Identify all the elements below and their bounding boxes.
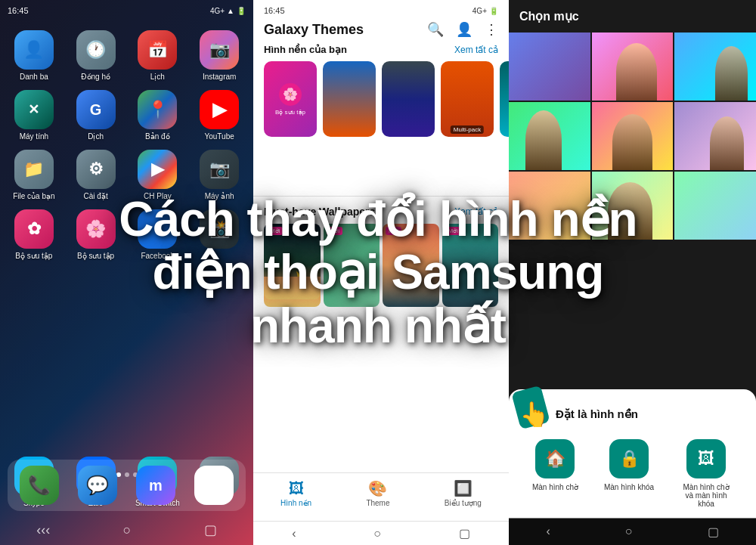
instagram-icon: 📷 [200,30,239,70]
photo-cell-2[interactable] [674,33,756,101]
nav-bar-middle: ‹ ○ ▢ [253,521,509,545]
wallpapers-title: Must-have Wallpapers [264,206,375,218]
set-wp-both[interactable]: 🖼 Màn hình chờ và màn hình khóa [680,439,733,508]
extra1-label: Bộ sưu tập [77,252,114,260]
themes-time: 16:45 [264,6,285,15]
back-middle-icon[interactable]: ‹ [292,527,296,540]
wallpaper-nav-label: Hình nền [280,499,311,507]
wallpapers-see-all[interactable]: Xem tất cả [454,206,498,217]
icons-nav-label: Biểu tượng [445,499,482,507]
wifi-icon: ▲ [227,7,234,15]
nav-bar-left: ‹‹‹ ○ ▢ [0,515,253,545]
themes-see-all[interactable]: Xem tất cả [454,45,498,55]
set-wp-options: 🏠 Màn hình chờ 🔒 Màn hình khóa 🖼 Màn hìn… [519,439,745,508]
back-right-icon[interactable]: ‹ [547,525,550,538]
theme-card-2[interactable] [382,61,435,137]
set-wp-home-screen[interactable]: 🏠 Màn hình chờ [532,439,578,508]
app-contacts[interactable]: 👤 Danh ba [8,30,60,81]
photo-cell-5[interactable] [674,102,756,170]
app-messenger[interactable]: m [130,466,182,505]
theme-card-4[interactable] [500,61,509,137]
photo-cell-3[interactable] [509,102,590,170]
themes-nav-icons[interactable]: 🔲 Biểu tượng [445,479,482,507]
wallpaper-teal[interactable]: Mới [442,224,499,307]
app-youtube[interactable]: ▶ YouTube [193,90,246,141]
badge-new-1: Mới [267,227,283,235]
app-messages[interactable]: 💬 [72,466,124,505]
more-icon[interactable]: ⋮ [485,21,498,38]
home-middle-icon[interactable]: ○ [373,527,381,540]
search-icon[interactable]: 🔍 [427,21,444,38]
app-phone[interactable]: 📞 [14,466,66,505]
messages-icon: 💬 [78,466,117,505]
calendar-icon: 📅 [138,30,177,70]
status-icons-left: 4G+ ▲ 🔋 [210,6,246,15]
recents-right-icon[interactable]: ▢ [708,525,719,539]
set-wp-lock-screen[interactable]: 🔒 Màn hình khóa [604,439,654,508]
app-camera[interactable]: 📷 Máy ảnh [193,150,246,200]
app-calc[interactable]: ✕ Máy tính [8,90,60,141]
app-calendar[interactable]: 📅 Lịch [132,30,184,81]
app-translate[interactable]: G Dịch [70,90,122,141]
app-maps[interactable]: 📍 Bản đồ [132,90,184,141]
youtube-label: YouTube [204,132,234,141]
youtube-icon: ▶ [200,90,239,129]
themes-nav-wallpaper[interactable]: 🖼 Hình nền [280,480,311,507]
facebook-icon: f [138,209,177,249]
files-label: File của bạn [13,192,54,200]
both-screens-label: Màn hình chờ và màn hình khóa [680,483,733,508]
themes-status-bar: 16:45 4G+ 🔋 [253,0,509,18]
multipack-badge: Multi-pack [451,125,484,134]
photo-cell-8[interactable] [674,172,756,240]
recents-nav-icon[interactable]: ▢ [204,522,217,538]
gallery-icon: ✿ [14,209,54,249]
maps-icon: 📍 [138,90,177,129]
app-facebook[interactable]: f Facebook [132,209,184,260]
wallpapers-grid: Mới 🌙 Mới Mới Mới [253,224,509,307]
badge-new-4: Mới [445,227,461,235]
photo-cell-1[interactable] [592,33,674,101]
theme-card-1[interactable] [323,61,376,137]
contacts-icon: 👤 [14,30,54,70]
theme-card-3[interactable]: Multi-pack [441,61,494,137]
photo-cell-7[interactable] [592,172,674,240]
translate-label: Dịch [88,132,104,141]
phone-icon: 📞 [20,466,59,505]
recents-middle-icon[interactable]: ▢ [459,526,470,540]
wallpaper-sunset[interactable]: Mới [383,224,439,307]
photo-cell-6[interactable] [509,172,590,240]
photo-cell-0[interactable] [509,33,590,101]
calc-label: Máy tính [20,132,48,141]
page-container: 16:45 4G+ ▲ 🔋 👤 Danh ba 🕐 Đồng hồ 📅 Lịch [0,0,756,545]
app-chrome[interactable]: ⊙ [187,466,240,505]
app-instagram[interactable]: 📷 Instagram [193,30,246,81]
themes-section-title: Hình nền của bạn [264,44,347,55]
app-playstore[interactable]: ▶ CH Play [132,150,184,200]
app-extra1[interactable]: 🌸 Bộ sưu tập [70,209,122,260]
gallery-label: Bộ sưu tập [15,252,52,260]
badge-new-3: Mới [386,227,401,235]
home-right-icon[interactable]: ○ [625,525,633,538]
back-nav-icon[interactable]: ‹‹‹ [36,522,50,538]
account-icon[interactable]: 👤 [456,21,472,38]
theme-card-collection[interactable]: 🌸 Bộ sưu tập [264,61,317,137]
app-extra2[interactable]: 📸 [193,209,246,260]
theme-nav-icon: 🎨 [368,479,387,497]
app-clock[interactable]: 🕐 Đồng hồ [70,30,122,81]
app-gallery[interactable]: ✿ Bộ sưu tập [8,209,60,260]
themes-nav-theme[interactable]: 🎨 Theme [366,479,389,507]
wallpaper-green[interactable]: Mới [324,224,380,307]
themes-status-icons: 4G+ 🔋 [472,7,498,15]
time-left: 16:45 [8,6,29,15]
photo-cell-4[interactable] [592,102,674,170]
badge-new-2: Mới [327,227,342,235]
home-nav-icon[interactable]: ○ [123,522,132,538]
app-settings[interactable]: ⚙ Cài đặt [70,150,122,200]
themes-battery: 🔋 [489,7,498,15]
wallpaper-night[interactable]: Mới 🌙 [264,224,321,307]
themes-title: Galaxy Themes [264,22,364,38]
choose-title: Chọn mục [519,9,579,23]
messenger-icon: m [136,466,175,505]
left-panel: 16:45 4G+ ▲ 🔋 👤 Danh ba 🕐 Đồng hồ 📅 Lịch [0,0,253,545]
app-files[interactable]: 📁 File của bạn [8,150,60,200]
